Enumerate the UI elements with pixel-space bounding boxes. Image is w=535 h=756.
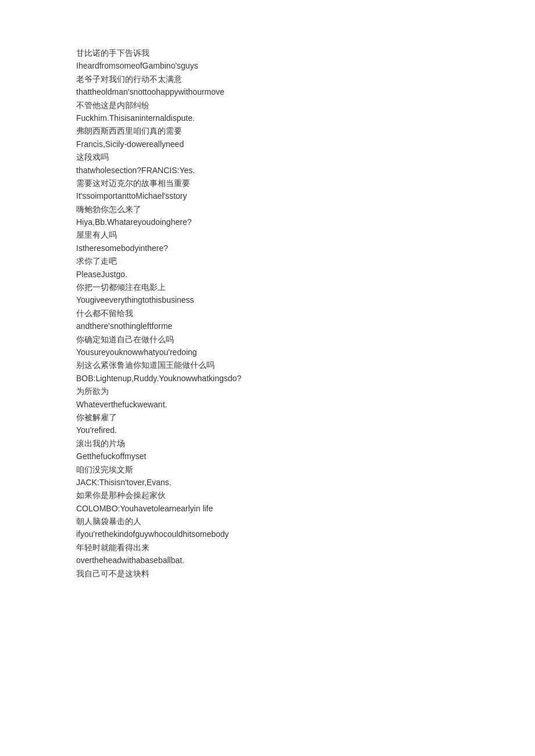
subtitle-line-20: 什么都不留给我 <box>76 307 459 320</box>
subtitle-line-29: You'refired. <box>76 424 459 436</box>
subtitle-line-35: COLOMBO:Youhavetolearnearlyin life <box>76 502 459 515</box>
subtitle-line-33: JACK:Thisisn'tover,Evans. <box>76 476 459 489</box>
subtitle-line-27: Whateverthefuckwewant. <box>76 398 459 411</box>
subtitle-line-4: 不管他这是内部纠纷 <box>76 99 459 112</box>
subtitle-line-30: 滚出我的片场 <box>76 437 459 450</box>
subtitle-line-16: 求你了走吧 <box>76 255 459 267</box>
subtitle-line-14: 屋里有人吗 <box>76 228 459 241</box>
subtitle-line-2: 老爷子对我们的行动不太满意 <box>76 73 459 85</box>
subtitle-line-6: 弗朗西斯西西里咱们真的需要 <box>76 124 459 137</box>
subtitle-line-28: 你被解雇了 <box>76 411 459 424</box>
subtitle-line-34: 如果你是那种会操起家伙 <box>76 489 459 501</box>
subtitle-line-24: 别这么紧张鲁迪你知道国王能做什么吗 <box>76 359 459 371</box>
subtitle-line-39: overtheheadwithabaseballbat. <box>76 554 459 567</box>
subtitle-line-11: It'ssoimportanttoMichael'sstory <box>76 189 459 202</box>
subtitle-line-15: Istheresomebodyinthere? <box>76 242 459 255</box>
subtitle-line-12: 嗨鲍勃你怎么来了 <box>76 203 459 216</box>
subtitle-line-37: ifyou'rethekindofguywhocouldhitsomebody <box>76 528 459 540</box>
subtitle-line-9: thatwholesection?FRANCIS:Yes. <box>76 164 459 177</box>
subtitle-line-31: Getthefuckoffmyset <box>76 450 459 463</box>
subtitle-line-32: 咱们没完埃文斯 <box>76 463 459 476</box>
subtitle-line-1: IheardfromsomeofGambino'sguys <box>76 59 459 72</box>
subtitle-line-22: 你确定知道自己在做什么吗 <box>76 333 459 346</box>
subtitle-line-36: 朝人脑袋暴击的人 <box>76 515 459 528</box>
subtitle-line-26: 为所欲为 <box>76 385 459 397</box>
subtitle-line-25: BOB:Lightenup,Ruddy.Youknowwhatkingsdo? <box>76 372 459 385</box>
subtitle-line-17: PleaseJustgo. <box>76 268 459 281</box>
subtitle-line-19: Yougiveeverythingtothisbusiness <box>76 293 459 306</box>
subtitle-line-5: Fuckhim.Thisisaninternaldispute. <box>76 112 459 124</box>
subtitle-line-38: 年轻时就能看得出来 <box>76 541 459 554</box>
subtitle-line-7: Francis,Sicily-dowereallyneed <box>76 138 459 151</box>
subtitle-line-40: 我自己可不是这块料 <box>76 567 459 580</box>
subtitle-line-21: andthere'snothingleftforme <box>76 320 459 332</box>
subtitle-line-0: 甘比诺的手下告诉我 <box>76 46 459 59</box>
subtitle-line-18: 你把一切都倾注在电影上 <box>76 281 459 293</box>
subtitle-line-3: thattheoldman'snottoohappywithourmove <box>76 85 459 98</box>
subtitle-line-10: 需要这对迈克尔的故事相当重要 <box>76 177 459 189</box>
subtitle-line-23: Yousureyouknowwhatyou'redoing <box>76 346 459 359</box>
subtitle-line-8: 这段戏吗 <box>76 151 459 163</box>
subtitle-content: 甘比诺的手下告诉我IheardfromsomeofGambino'sguys老爷… <box>76 46 459 580</box>
subtitle-line-13: Hiya,Bb.Whatareyoudoinghere? <box>76 216 459 228</box>
